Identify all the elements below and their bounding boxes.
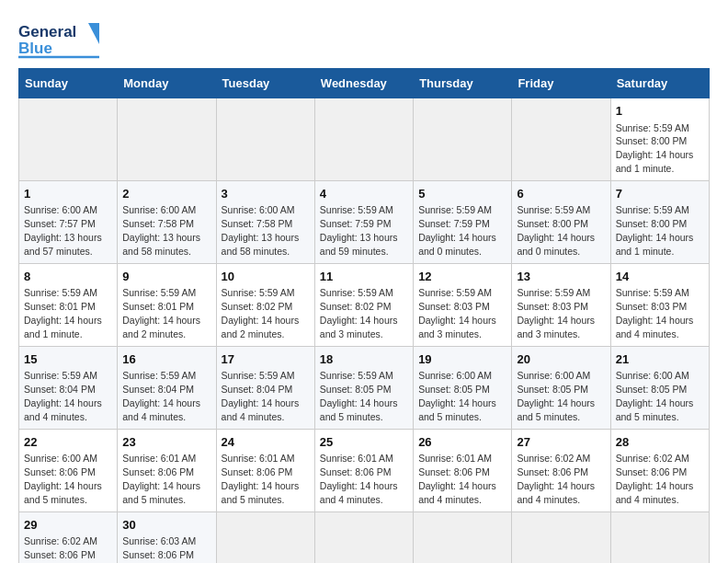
calendar-cell: 16Sunrise: 5:59 AMSunset: 8:04 PMDayligh… <box>118 346 216 429</box>
calendar-cell: 6Sunrise: 5:59 AMSunset: 8:00 PMDaylight… <box>512 180 610 263</box>
day-of-week-header: Sunday <box>19 69 118 98</box>
day-number: 19 <box>418 351 506 368</box>
day-number: 6 <box>517 186 605 202</box>
day-number: 25 <box>320 434 408 451</box>
day-of-week-header: Wednesday <box>314 69 413 98</box>
svg-marker-2 <box>88 23 99 44</box>
calendar-cell <box>118 98 216 181</box>
day-detail: Sunrise: 5:59 AMSunset: 7:59 PMDaylight:… <box>320 204 398 257</box>
calendar-week-row: 29Sunrise: 6:02 AMSunset: 8:06 PMDayligh… <box>19 511 710 563</box>
calendar-week-row: 22Sunrise: 6:00 AMSunset: 8:06 PMDayligh… <box>19 429 710 511</box>
day-detail: Sunrise: 6:02 AMSunset: 8:06 PMDaylight:… <box>517 453 595 505</box>
day-detail: Sunrise: 5:59 AMSunset: 8:00 PMDaylight:… <box>616 122 694 175</box>
calendar-cell <box>314 98 413 181</box>
calendar-cell: 14Sunrise: 5:59 AMSunset: 8:03 PMDayligh… <box>610 263 709 346</box>
calendar-cell: 27Sunrise: 6:02 AMSunset: 8:06 PMDayligh… <box>512 429 610 511</box>
day-detail: Sunrise: 6:02 AMSunset: 8:06 PMDaylight:… <box>616 453 694 505</box>
day-number: 9 <box>122 269 210 285</box>
calendar-cell <box>216 98 314 181</box>
calendar-cell <box>414 511 512 563</box>
logo-svg: General Blue <box>18 18 101 59</box>
day-detail: Sunrise: 6:02 AMSunset: 8:06 PMDaylight:… <box>24 535 102 563</box>
day-detail: Sunrise: 5:59 AMSunset: 8:04 PMDaylight:… <box>222 370 300 422</box>
calendar-cell: 15Sunrise: 5:59 AMSunset: 8:04 PMDayligh… <box>19 346 118 429</box>
day-detail: Sunrise: 5:59 AMSunset: 8:05 PMDaylight:… <box>320 370 398 422</box>
calendar-cell: 23Sunrise: 6:01 AMSunset: 8:06 PMDayligh… <box>118 429 216 511</box>
day-number: 27 <box>517 434 605 451</box>
day-number: 11 <box>320 269 408 285</box>
day-detail: Sunrise: 6:00 AMSunset: 7:58 PMDaylight:… <box>222 204 300 257</box>
day-number: 24 <box>222 434 310 451</box>
day-number: 29 <box>24 517 112 534</box>
day-number: 13 <box>517 269 605 285</box>
day-number: 7 <box>616 186 704 202</box>
day-detail: Sunrise: 6:01 AMSunset: 8:06 PMDaylight:… <box>122 453 200 505</box>
calendar-cell <box>314 511 413 563</box>
day-of-week-header: Thursday <box>414 69 512 98</box>
day-detail: Sunrise: 6:01 AMSunset: 8:06 PMDaylight:… <box>418 453 496 505</box>
calendar-cell: 11Sunrise: 5:59 AMSunset: 8:02 PMDayligh… <box>314 263 413 346</box>
day-detail: Sunrise: 5:59 AMSunset: 8:04 PMDaylight:… <box>122 370 200 422</box>
calendar-cell: 29Sunrise: 6:02 AMSunset: 8:06 PMDayligh… <box>19 511 118 563</box>
day-detail: Sunrise: 5:59 AMSunset: 8:04 PMDaylight:… <box>24 370 102 422</box>
day-number: 17 <box>222 351 310 368</box>
day-number: 14 <box>616 269 704 285</box>
day-number: 5 <box>418 186 506 202</box>
calendar-cell: 2Sunrise: 6:00 AMSunset: 7:58 PMDaylight… <box>118 180 216 263</box>
day-detail: Sunrise: 6:00 AMSunset: 8:05 PMDaylight:… <box>517 370 595 422</box>
calendar-week-row: 15Sunrise: 5:59 AMSunset: 8:04 PMDayligh… <box>19 346 710 429</box>
day-number: 22 <box>24 434 112 451</box>
day-detail: Sunrise: 6:00 AMSunset: 7:57 PMDaylight:… <box>24 204 102 257</box>
day-detail: Sunrise: 5:59 AMSunset: 8:01 PMDaylight:… <box>24 287 102 339</box>
logo: General Blue <box>18 18 101 59</box>
calendar-cell: 3Sunrise: 6:00 AMSunset: 7:58 PMDaylight… <box>216 180 314 263</box>
day-number: 10 <box>222 269 310 285</box>
day-detail: Sunrise: 5:59 AMSunset: 7:59 PMDaylight:… <box>418 204 496 257</box>
day-detail: Sunrise: 6:00 AMSunset: 8:05 PMDaylight:… <box>616 370 694 422</box>
calendar-cell: 25Sunrise: 6:01 AMSunset: 8:06 PMDayligh… <box>314 429 413 511</box>
calendar-cell: 1Sunrise: 6:00 AMSunset: 7:57 PMDaylight… <box>19 180 118 263</box>
day-of-week-header: Monday <box>118 69 216 98</box>
day-detail: Sunrise: 5:59 AMSunset: 8:01 PMDaylight:… <box>122 287 200 339</box>
calendar-cell: 22Sunrise: 6:00 AMSunset: 8:06 PMDayligh… <box>19 429 118 511</box>
day-number: 18 <box>320 351 408 368</box>
day-number: 30 <box>122 517 210 534</box>
calendar-cell <box>216 511 314 563</box>
day-detail: Sunrise: 5:59 AMSunset: 8:02 PMDaylight:… <box>320 287 398 339</box>
day-number: 1 <box>616 103 704 120</box>
calendar-cell: 24Sunrise: 6:01 AMSunset: 8:06 PMDayligh… <box>216 429 314 511</box>
calendar-cell <box>512 511 610 563</box>
calendar-table: SundayMondayTuesdayWednesdayThursdayFrid… <box>18 68 710 563</box>
day-detail: Sunrise: 6:01 AMSunset: 8:06 PMDaylight:… <box>320 453 398 505</box>
calendar-cell: 7Sunrise: 5:59 AMSunset: 8:00 PMDaylight… <box>610 180 709 263</box>
day-detail: Sunrise: 5:59 AMSunset: 8:02 PMDaylight:… <box>222 287 300 339</box>
calendar-cell: 19Sunrise: 6:00 AMSunset: 8:05 PMDayligh… <box>414 346 512 429</box>
day-number: 1 <box>24 186 112 202</box>
day-number: 26 <box>418 434 506 451</box>
svg-text:General: General <box>18 23 76 40</box>
day-detail: Sunrise: 6:00 AMSunset: 8:05 PMDaylight:… <box>418 370 496 422</box>
calendar-cell: 17Sunrise: 5:59 AMSunset: 8:04 PMDayligh… <box>216 346 314 429</box>
calendar-cell: 9Sunrise: 5:59 AMSunset: 8:01 PMDaylight… <box>118 263 216 346</box>
day-of-week-header: Tuesday <box>216 69 314 98</box>
day-number: 23 <box>122 434 210 451</box>
calendar-cell: 4Sunrise: 5:59 AMSunset: 7:59 PMDaylight… <box>314 180 413 263</box>
day-detail: Sunrise: 6:00 AMSunset: 8:06 PMDaylight:… <box>24 453 102 505</box>
calendar-cell: 8Sunrise: 5:59 AMSunset: 8:01 PMDaylight… <box>19 263 118 346</box>
calendar-cell: 21Sunrise: 6:00 AMSunset: 8:05 PMDayligh… <box>610 346 709 429</box>
day-detail: Sunrise: 5:59 AMSunset: 8:03 PMDaylight:… <box>418 287 496 339</box>
day-number: 2 <box>122 186 210 202</box>
day-of-week-header: Friday <box>512 69 610 98</box>
calendar-cell <box>610 511 709 563</box>
calendar-cell <box>512 98 610 181</box>
day-number: 8 <box>24 269 112 285</box>
calendar-cell: 10Sunrise: 5:59 AMSunset: 8:02 PMDayligh… <box>216 263 314 346</box>
day-detail: Sunrise: 6:01 AMSunset: 8:06 PMDaylight:… <box>222 453 300 505</box>
day-number: 20 <box>517 351 605 368</box>
day-detail: Sunrise: 5:59 AMSunset: 8:00 PMDaylight:… <box>517 204 595 257</box>
calendar-cell: 13Sunrise: 5:59 AMSunset: 8:03 PMDayligh… <box>512 263 610 346</box>
calendar-cell: 12Sunrise: 5:59 AMSunset: 8:03 PMDayligh… <box>414 263 512 346</box>
day-number: 12 <box>418 269 506 285</box>
svg-text:Blue: Blue <box>18 40 52 57</box>
page-header: General Blue <box>18 18 710 59</box>
